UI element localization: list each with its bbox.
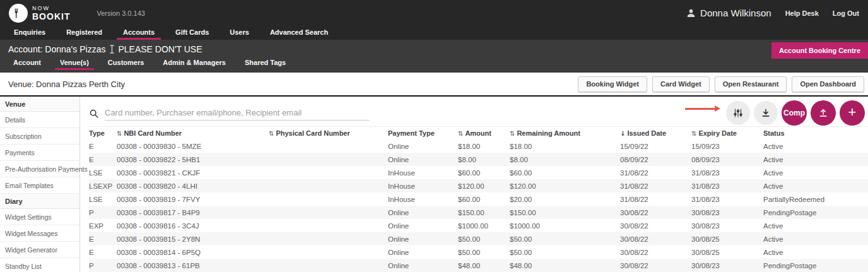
open-dashboard-button[interactable]: Open Dashboard [792,76,864,92]
cell-amount: $120.00 [458,182,510,190]
sidebar-item-details[interactable]: Details [0,112,79,128]
account-tab-account[interactable]: Account [8,57,46,70]
table-row[interactable]: LSEXP00308 - 00039820 - 4LHIInHouse$120.… [89,179,868,192]
cell-type: E [89,249,117,256]
column-header-amount[interactable]: ⇅Amount [458,129,510,137]
cell-amount: $50.00 [458,235,510,243]
upload-icon [818,107,829,119]
main-nav-accounts[interactable]: Accounts [117,26,161,40]
main-nav-enquiries[interactable]: Enquiries [8,26,52,40]
main-nav-registered[interactable]: Registered [60,26,108,40]
sidebar-item-pre-authorisation-payments[interactable]: Pre-Authorisation Payments [0,161,79,177]
upload-button[interactable] [811,100,836,126]
cell-nbi-card-number: 00308 - 00039817 - B4P9 [117,209,269,216]
cell-expiry-date: 08/09/23 [691,156,763,163]
column-header-remaining-amount[interactable]: ⇅Remaining Amount [510,129,620,137]
cell-remaining-amount: $60.00 [510,169,620,177]
action-buttons: Comp + [726,100,865,126]
cell-nbi-card-number: 00308 - 00039813 - 61PB [117,262,269,269]
cell-status: Active [763,143,868,150]
cell-payment-type: Online [388,143,458,150]
sidebar-item-widget-generator[interactable]: Widget Generator [0,242,79,258]
cell-payment-type: Online [388,262,458,269]
cell-remaining-amount: $8.00 [510,156,620,163]
table-row[interactable]: E00308 - 00039830 - 5MZEOnline$18.00$18.… [89,139,868,153]
sidebar-item-subscription[interactable]: Subscription [0,128,79,145]
add-card-button[interactable]: + [840,100,865,126]
main-nav-advanced-search[interactable]: Advanced Search [264,26,334,40]
cell-expiry-date: 30/08/23 [691,222,763,230]
cell-expiry-date: 31/08/23 [691,196,763,203]
column-label: Status [763,129,785,137]
table-row[interactable]: P00308 - 00039817 - B4P9Online$150.00$15… [89,206,868,219]
cell-amount: $8.00 [458,156,510,163]
cell-status: PartiallyRedeemed [763,196,868,203]
download-button[interactable] [754,101,778,125]
table-row[interactable]: E00308 - 00039815 - 2Y8NOnline$50.00$50.… [89,232,868,245]
sidebar-item-widget-messages[interactable]: Widget Messages [0,225,79,242]
cell-issued-date: 30/08/22 [620,262,691,269]
sidebar-item-standby-list[interactable]: Standby List [0,258,79,272]
column-header-physical-card-number[interactable]: ⇅Physical Card Number [269,129,388,137]
account-tab-admin-managers[interactable]: Admin & Managers [158,57,231,70]
sort-icon: ⇅ [691,130,696,137]
user-name[interactable]: Donna Wilkinson [700,8,771,18]
cell-type: LSE [89,196,117,203]
cell-expiry-date: 30/08/23 [691,262,763,269]
column-header-issued-date[interactable]: ↓Issued Date [620,129,691,137]
comp-button[interactable]: Comp [782,100,807,126]
cell-type: E [89,235,117,243]
account-tab-shared-tags[interactable]: Shared Tags [240,57,291,70]
table-row[interactable]: EXP00308 - 00039816 - 3C4JOnline$1000.00… [89,219,868,232]
sidebar-item-email-templates[interactable]: Email Templates [0,177,79,194]
cell-amount: $1000.00 [458,222,510,230]
cell-nbi-card-number: 00308 - 00039820 - 4LHI [117,182,269,190]
venue-title: Venue: Donna Pizzas Perth City [8,80,125,89]
sidebar-item-payments[interactable]: Payments [0,145,79,161]
table-row[interactable]: LSE00308 - 00039821 - CKJFInHouse$60.00$… [89,166,868,179]
sidebar: VenueDetailsSubscriptionPaymentsPre-Auth… [0,97,80,272]
sort-icon: ⇅ [269,130,274,137]
cell-issued-date: 08/09/22 [620,156,691,163]
account-booking-centre-button[interactable]: Account Booking Centre [771,42,868,59]
help-desk-link[interactable]: Help Desk [785,9,819,17]
column-header-expiry-date[interactable]: ⇅Expiry Date [691,129,763,137]
cell-type: EXP [89,222,117,230]
cell-type: E [89,143,117,150]
sort-icon: ⇅ [458,130,463,137]
main-nav-gift-cards[interactable]: Gift Cards [169,26,215,40]
cell-status: Active [763,156,868,163]
cell-issued-date: 31/08/22 [620,196,691,203]
search-input[interactable] [105,107,370,121]
cell-payment-type: InHouse [388,196,458,203]
booking-widget-button[interactable]: Booking Widget [578,76,647,92]
cell-issued-date: 31/08/22 [620,169,691,177]
table-row[interactable]: E00308 - 00039822 - 5HB1Online$8.00$8.00… [89,153,868,166]
open-restaurant-button[interactable]: Open Restaurant [715,76,787,92]
nowbookit-logo[interactable]: NOW BOOKIT [9,4,70,23]
log-out-link[interactable]: Log Out [833,9,859,17]
venue-bar: Venue: Donna Pizzas Perth City Booking W… [0,73,868,95]
account-bar: Account: Donna's Pizzas PLEASE DON'T USE… [0,40,868,73]
cell-expiry-date: 30/08/25 [691,249,763,256]
sidebar-item-widget-settings[interactable]: Widget Settings [0,209,79,225]
account-title-prefix: Account: Donna's Pizzas [8,44,105,54]
cell-expiry-date: 31/08/23 [691,182,763,190]
card-widget-button[interactable]: Card Widget [652,76,710,92]
table-header-row: Type⇅NBI Card Number⇅Physical Card Numbe… [89,126,868,139]
filter-sliders-button[interactable] [726,101,750,125]
table-row[interactable]: E00308 - 00039814 - 6P5QOnline$50.00$50.… [89,245,868,259]
cell-payment-type: Online [388,249,458,256]
table-row[interactable]: LSE00308 - 00039819 - 7FVYInHouse$60.00$… [89,192,868,206]
cell-amount: $18.00 [458,143,510,150]
sort-descending-icon: ↓ [620,130,625,137]
account-tab-customers[interactable]: Customers [103,57,149,70]
table-row[interactable]: P00308 - 00039813 - 61PBOnline$48.00$48.… [89,259,868,272]
account-tab-venue-s[interactable]: Venue(s) [55,57,94,70]
main-nav-users[interactable]: Users [223,26,255,40]
column-header-nbi-card-number[interactable]: ⇅NBI Card Number [117,129,269,137]
logo-line1: NOW [32,6,70,11]
cell-nbi-card-number: 00308 - 00039816 - 3C4J [117,222,269,230]
gift-cards-table: Type⇅NBI Card Number⇅Physical Card Numbe… [80,126,868,272]
cell-type: P [89,262,117,269]
